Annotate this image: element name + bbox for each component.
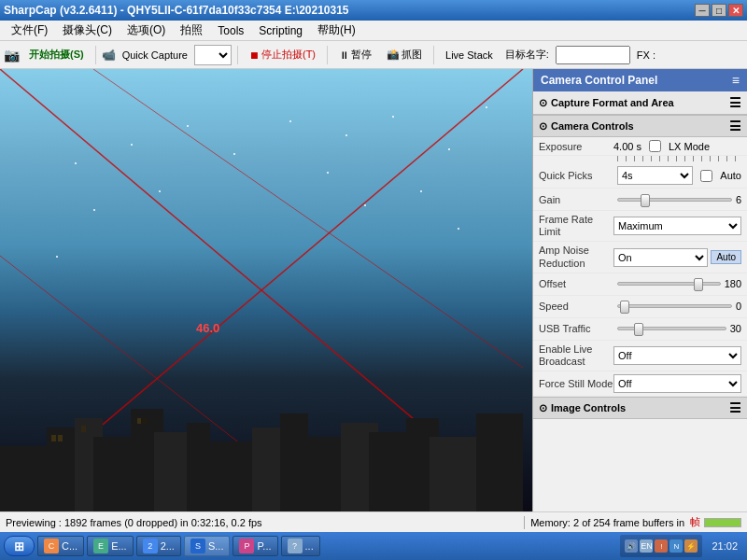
quick-picks-select[interactable]: 4s	[617, 166, 693, 185]
offset-row: Offset 180	[533, 273, 747, 296]
grab-button[interactable]: 📸 抓图	[381, 45, 428, 64]
live-stack-button[interactable]: Live Stack	[440, 47, 499, 63]
menu-tools[interactable]: Tools	[210, 22, 251, 39]
amp-noise-select[interactable]: On	[613, 248, 708, 267]
camera-controls-chevron[interactable]: ⊙	[539, 120, 547, 133]
status-left-text: Previewing : 1892 frames (0 dropped) in …	[6, 517, 524, 528]
separator-4	[433, 46, 434, 64]
usb-traffic-slider-thumb[interactable]	[634, 323, 643, 336]
tray-icon-3[interactable]: !	[655, 539, 668, 553]
tray-icon-1[interactable]: 🔊	[625, 539, 638, 553]
capture-format-label: Capture Format and Area	[551, 97, 674, 108]
offset-slider-container	[617, 282, 721, 286]
stop-capture-button[interactable]: ⏹ 停止拍摄(T)	[244, 45, 321, 64]
speed-slider-container	[617, 304, 732, 308]
quick-picks-label: Quick Picks	[539, 170, 613, 181]
offset-label: Offset	[539, 278, 613, 289]
menu-camera[interactable]: 摄像头(C)	[55, 21, 120, 40]
speed-row: Speed 0	[533, 296, 747, 318]
star	[327, 172, 329, 174]
usb-traffic-label: USB Traffic	[539, 323, 613, 334]
menu-help[interactable]: 帮助(H)	[310, 21, 363, 40]
force-still-select[interactable]: Off	[613, 374, 741, 393]
separator-3	[327, 46, 328, 64]
window-controls: ─ □ ✕	[695, 4, 743, 17]
separator-1	[95, 46, 96, 64]
enable-live-label: Enable Live Broadcast	[539, 343, 613, 368]
tray-icon-4[interactable]: N	[669, 539, 683, 553]
taskbar-item-6[interactable]: ? ...	[281, 536, 320, 556]
star	[75, 162, 77, 164]
taskbar: ⊞ C C... E E... 2 2... S S... P P... ? .…	[0, 532, 747, 560]
gain-slider-thumb[interactable]	[641, 194, 650, 207]
svg-rect-19	[476, 413, 523, 511]
capture-format-chevron[interactable]: ⊙	[539, 97, 547, 109]
pause-icon: ⏸	[339, 49, 349, 61]
exposure-label: Exposure	[539, 141, 613, 152]
star	[93, 209, 95, 211]
enable-live-row: Enable Live Broadcast Off	[533, 341, 747, 371]
memory-bar	[704, 518, 741, 527]
svg-rect-22	[81, 426, 86, 432]
taskbar-item-2[interactable]: E E...	[87, 536, 134, 556]
auto-checkbox[interactable]	[700, 170, 712, 182]
memory-icon: 帧	[690, 515, 700, 529]
star	[486, 106, 487, 108]
main-area: 46.0 Camera Control Panel ≡ ⊙ Capture Fo…	[0, 69, 747, 511]
image-controls-menu[interactable]: ☰	[729, 400, 741, 415]
start-button[interactable]: ⊞	[4, 536, 35, 556]
menubar: 文件(F) 摄像头(C) 选项(O) 拍照 Tools Scripting 帮助…	[0, 21, 747, 41]
stop-label: 停止拍摄(T)	[261, 48, 316, 62]
toolbar: 📷 开始拍摄(S) 📹 Quick Capture ⏹ 停止拍摄(T) ⏸ 暂停…	[0, 41, 747, 69]
frame-rate-select[interactable]: Maximum	[613, 217, 741, 235]
capture-format-header[interactable]: ⊙ Capture Format and Area ☰	[533, 91, 747, 115]
menu-capture[interactable]: 拍照	[173, 21, 210, 40]
enable-live-select[interactable]: Off	[613, 346, 741, 365]
start-capture-button[interactable]: 开始拍摄(S)	[23, 45, 90, 64]
speed-slider-thumb[interactable]	[620, 301, 629, 314]
exposure-tick-track	[617, 156, 738, 161]
minimize-button[interactable]: ─	[695, 4, 710, 17]
pause-label: 暂停	[351, 48, 372, 62]
quick-capture-select[interactable]	[194, 45, 232, 65]
toolbar-camera-icon: 📷	[4, 48, 20, 63]
image-controls-chevron[interactable]: ⊙	[539, 402, 547, 414]
close-button[interactable]: ✕	[728, 4, 743, 17]
taskbar-icon-1: C	[44, 539, 59, 553]
usb-traffic-slider-container	[617, 327, 726, 330]
star	[448, 148, 450, 150]
lx-mode-checkbox[interactable]	[649, 140, 661, 152]
camera-controls-menu[interactable]: ☰	[729, 119, 741, 133]
quick-capture-label: Quick Capture	[120, 49, 190, 61]
tray-icon-5[interactable]: ⚡	[684, 539, 698, 553]
star	[420, 190, 422, 192]
capture-format-menu[interactable]: ☰	[729, 95, 741, 110]
menu-scripting[interactable]: Scripting	[251, 22, 310, 39]
amp-auto-button[interactable]: Auto	[711, 250, 741, 264]
offset-slider-thumb[interactable]	[694, 278, 703, 291]
taskbar-item-1[interactable]: C C...	[37, 536, 84, 556]
svg-rect-20	[51, 435, 56, 441]
force-still-row: Force Still Mode Off	[533, 371, 747, 397]
camera-controls-header[interactable]: ⊙ Camera Controls ☰	[533, 115, 747, 137]
panel-title: Camera Control Panel	[541, 74, 657, 87]
panel-close-button[interactable]: ≡	[732, 73, 740, 88]
target-name-input[interactable]	[556, 46, 630, 64]
system-tray: 🔊 EN ! N ⚡	[620, 535, 702, 557]
taskbar-item-4[interactable]: S S...	[184, 536, 231, 556]
gain-slider-track	[617, 198, 732, 202]
pause-button[interactable]: ⏸ 暂停	[333, 45, 377, 64]
taskbar-item-5[interactable]: P P...	[233, 536, 277, 556]
quick-capture-icon: 📹	[102, 49, 116, 62]
auto-label: Auto	[720, 170, 741, 181]
star	[289, 120, 291, 122]
image-controls-header[interactable]: ⊙ Image Controls ☰	[533, 397, 747, 419]
amp-noise-row: Amp Noise Reduction On Auto	[533, 242, 747, 273]
maximize-button[interactable]: □	[712, 4, 726, 17]
tray-icon-2[interactable]: EN	[640, 539, 653, 553]
menu-options[interactable]: 选项(O)	[120, 21, 173, 40]
menu-file[interactable]: 文件(F)	[4, 21, 55, 40]
taskbar-item-3[interactable]: 2 2...	[136, 536, 181, 556]
svg-rect-21	[58, 435, 63, 441]
speed-slider-track	[617, 304, 732, 308]
